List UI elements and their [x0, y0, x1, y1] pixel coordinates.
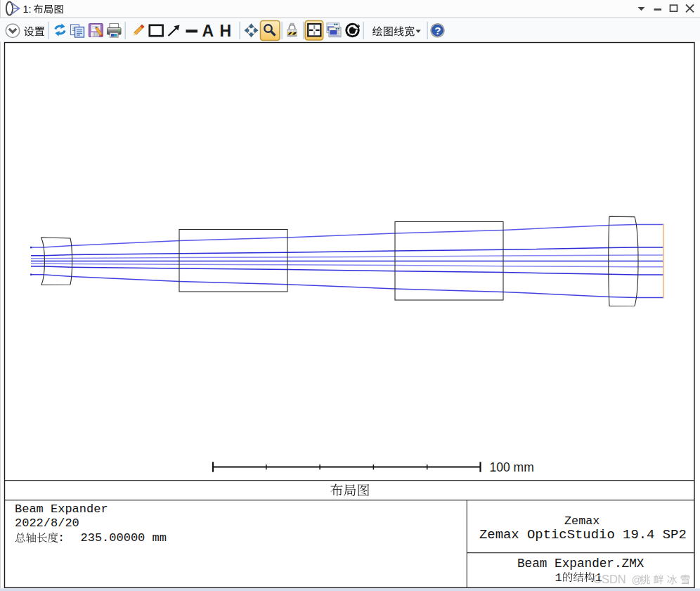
- svg-text:100 mm: 100 mm: [490, 460, 534, 474]
- svg-text:2022/8/20: 2022/8/20: [15, 517, 79, 530]
- svg-text:H: H: [220, 22, 232, 40]
- svg-text:Zemax: Zemax: [564, 514, 599, 528]
- svg-text:Beam Expander.ZMX: Beam Expander.ZMX: [517, 557, 644, 571]
- svg-text:1:: 1:: [23, 4, 32, 15]
- svg-text:@: @: [632, 573, 642, 585]
- svg-text:Beam Expander: Beam Expander: [15, 502, 108, 516]
- svg-text:A: A: [202, 22, 214, 40]
- svg-text:235.00000 mm: 235.00000 mm: [81, 531, 167, 545]
- svg-text:1: 1: [555, 571, 562, 585]
- svg-text::: :: [58, 531, 65, 545]
- svg-text:?: ?: [434, 25, 441, 37]
- svg-text:CSDN: CSDN: [593, 573, 626, 585]
- svg-text:Zemax OpticStudio 19.4 SP2: Zemax OpticStudio 19.4 SP2: [479, 527, 687, 543]
